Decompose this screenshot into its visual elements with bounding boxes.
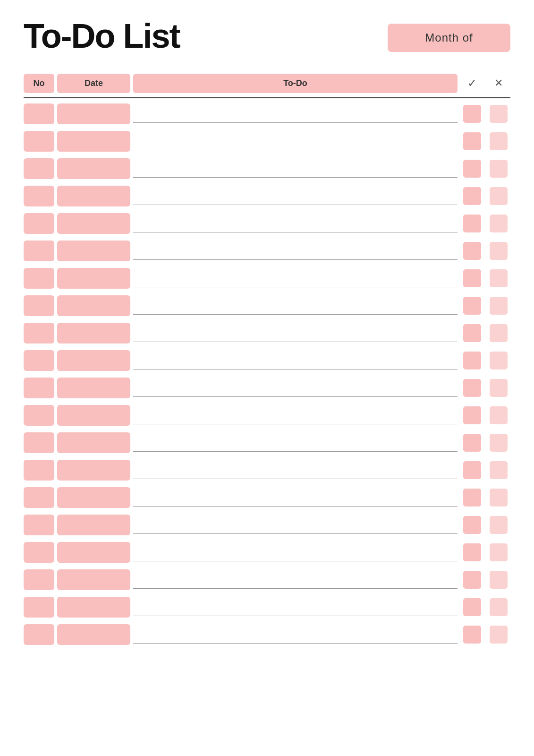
row-check-cell[interactable] <box>463 215 481 232</box>
row-check-cell[interactable] <box>463 242 481 260</box>
row-date-cell[interactable] <box>57 103 130 124</box>
row-cross-cell[interactable] <box>490 187 508 205</box>
table-row[interactable] <box>24 402 510 429</box>
row-date-cell[interactable] <box>57 515 130 535</box>
row-check-cell[interactable] <box>463 187 481 205</box>
row-cross-cell[interactable] <box>490 105 508 123</box>
row-cross-cell[interactable] <box>490 571 508 589</box>
table-row[interactable] <box>24 155 510 182</box>
row-check-cell[interactable] <box>463 626 481 644</box>
row-date-cell[interactable] <box>57 268 130 289</box>
row-date-cell[interactable] <box>57 569 130 590</box>
row-cross-cell[interactable] <box>490 352 508 369</box>
row-check-cell[interactable] <box>463 598 481 616</box>
row-cross-cell[interactable] <box>490 215 508 232</box>
table-row[interactable] <box>24 237 510 265</box>
row-check-cell[interactable] <box>463 489 481 507</box>
row-cross-cell[interactable] <box>490 434 508 452</box>
table-row[interactable] <box>24 292 510 319</box>
row-date-cell[interactable] <box>57 487 130 508</box>
row-todo-cell[interactable] <box>133 266 458 290</box>
row-cross-cell[interactable] <box>490 626 508 644</box>
row-check-cell[interactable] <box>463 352 481 369</box>
row-date-cell[interactable] <box>57 624 130 645</box>
row-check-cell[interactable] <box>463 105 481 123</box>
table-row[interactable] <box>24 374 510 402</box>
table-row[interactable] <box>24 100 510 128</box>
table-row[interactable] <box>24 593 510 621</box>
row-todo-cell[interactable] <box>133 294 458 318</box>
table-row[interactable] <box>24 539 510 566</box>
row-cross-cell[interactable] <box>490 406 508 424</box>
row-cross-cell[interactable] <box>490 543 508 561</box>
table-row[interactable] <box>24 347 510 374</box>
table-row[interactable] <box>24 511 510 539</box>
row-todo-cell[interactable] <box>133 102 458 126</box>
table-row[interactable] <box>24 484 510 511</box>
row-cross-cell[interactable] <box>490 242 508 260</box>
row-check-cell[interactable] <box>463 571 481 589</box>
row-cross-cell[interactable] <box>490 379 508 397</box>
row-todo-cell[interactable] <box>133 486 458 509</box>
row-check-cell[interactable] <box>463 434 481 452</box>
row-cross-cell[interactable] <box>490 297 508 315</box>
row-check-cell[interactable] <box>463 379 481 397</box>
row-todo-cell[interactable] <box>133 623 458 646</box>
row-check-cell[interactable] <box>463 516 481 534</box>
row-todo-cell[interactable] <box>133 376 458 400</box>
row-todo-cell[interactable] <box>133 513 458 537</box>
row-date-cell[interactable] <box>57 597 130 618</box>
row-date-cell[interactable] <box>57 432 130 453</box>
row-check-cell[interactable] <box>463 543 481 561</box>
row-todo-cell[interactable] <box>133 404 458 427</box>
row-check-cell[interactable] <box>463 324 481 342</box>
table-row[interactable] <box>24 621 510 648</box>
row-date-cell[interactable] <box>57 131 130 152</box>
row-todo-cell[interactable] <box>133 541 458 564</box>
row-date-cell[interactable] <box>57 378 130 398</box>
row-check-cell[interactable] <box>463 461 481 479</box>
row-cross-cell[interactable] <box>490 132 508 150</box>
table-row[interactable] <box>24 265 510 292</box>
table-row[interactable] <box>24 182 510 210</box>
row-cross-cell[interactable] <box>490 598 508 616</box>
row-cross-cell[interactable] <box>490 489 508 507</box>
row-todo-cell[interactable] <box>133 129 458 153</box>
row-todo-cell[interactable] <box>133 157 458 180</box>
row-date-cell[interactable] <box>57 295 130 316</box>
row-date-cell[interactable] <box>57 350 130 371</box>
row-date-cell[interactable] <box>57 405 130 426</box>
row-cross-cell[interactable] <box>490 461 508 479</box>
row-todo-cell[interactable] <box>133 431 458 455</box>
table-row[interactable] <box>24 566 510 593</box>
row-cross-cell[interactable] <box>490 516 508 534</box>
row-todo-cell[interactable] <box>133 568 458 592</box>
table-row[interactable] <box>24 429 510 456</box>
month-box[interactable]: Month of <box>388 24 510 52</box>
row-todo-cell[interactable] <box>133 458 458 482</box>
row-cross-cell[interactable] <box>490 269 508 287</box>
table-row[interactable] <box>24 128 510 155</box>
row-todo-cell[interactable] <box>133 595 458 619</box>
row-date-cell[interactable] <box>57 323 130 344</box>
row-date-cell[interactable] <box>57 213 130 234</box>
row-date-cell[interactable] <box>57 542 130 563</box>
table-row[interactable] <box>24 210 510 237</box>
row-todo-cell[interactable] <box>133 321 458 345</box>
row-check-cell[interactable] <box>463 406 481 424</box>
row-cross-cell[interactable] <box>490 160 508 178</box>
row-check-cell[interactable] <box>463 160 481 178</box>
row-check-cell[interactable] <box>463 297 481 315</box>
table-row[interactable] <box>24 319 510 347</box>
row-date-cell[interactable] <box>57 186 130 206</box>
row-check-cell[interactable] <box>463 132 481 150</box>
row-date-cell[interactable] <box>57 241 130 261</box>
row-todo-cell[interactable] <box>133 239 458 263</box>
row-cross-cell[interactable] <box>490 324 508 342</box>
row-todo-cell[interactable] <box>133 212 458 235</box>
row-todo-cell[interactable] <box>133 184 458 208</box>
row-check-cell[interactable] <box>463 269 481 287</box>
table-row[interactable] <box>24 456 510 484</box>
row-date-cell[interactable] <box>57 158 130 179</box>
row-date-cell[interactable] <box>57 460 130 481</box>
